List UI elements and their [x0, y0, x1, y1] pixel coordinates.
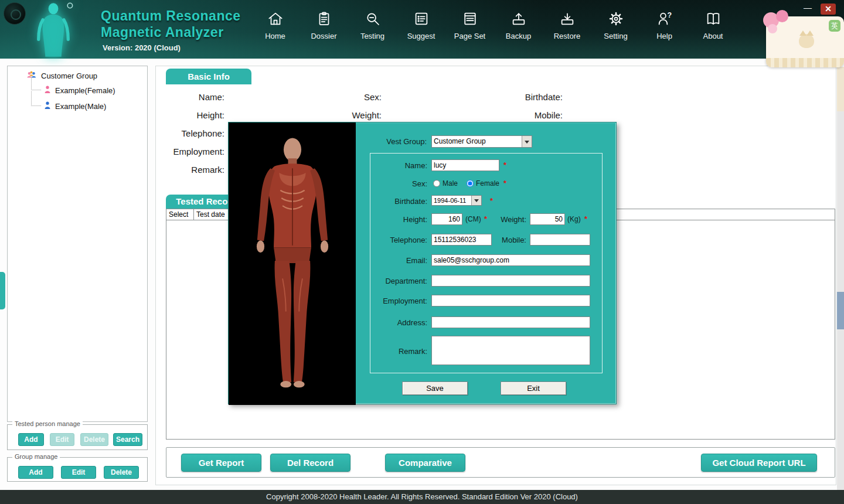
employment-input[interactable] [431, 295, 590, 307]
telephone-field-label: Telephone: [142, 128, 224, 138]
suggest-icon [413, 10, 430, 28]
testing-icon [364, 10, 382, 28]
person-delete-button[interactable]: Delete [80, 433, 108, 446]
dlg-birthdate-label: Birthdate: [373, 197, 427, 206]
column-header-select: Select [166, 209, 194, 220]
glowing-body-logo [28, 0, 98, 59]
nav-about[interactable]: About [689, 10, 737, 40]
birthdate-select[interactable]: 1994-06-11 [431, 195, 482, 206]
backup-icon [510, 10, 528, 28]
save-button[interactable]: Save [402, 382, 468, 395]
nav-restore[interactable]: Restore [543, 10, 591, 40]
exit-button[interactable]: Exit [501, 382, 566, 395]
minimize-button[interactable]: — [801, 4, 815, 13]
vest-group-select[interactable]: Customer Group [431, 135, 532, 148]
gear-icon [607, 10, 625, 28]
record-actions-panel: Get Report Del Record Comparative Get Cl… [166, 447, 835, 478]
required-mark: * [503, 161, 506, 169]
remark-textarea[interactable] [431, 336, 590, 365]
app-version: Version: 2020 (Cloud) [103, 43, 181, 52]
tree-item-customer-group[interactable]: Customer Group [8, 66, 147, 83]
employment-field-label: Employment: [142, 147, 224, 156]
chevron-down-icon[interactable] [522, 136, 532, 147]
birthdate-value: 1994-06-11 [432, 196, 471, 205]
tree-label: Example(Male) [55, 102, 106, 111]
height-input[interactable] [431, 213, 462, 225]
nav-dossier[interactable]: Dossier [300, 10, 348, 40]
required-mark: * [503, 179, 506, 188]
get-cloud-report-url-button[interactable]: Get Cloud Report URL [701, 454, 817, 472]
fence-decoration [766, 58, 844, 67]
nav-backup[interactable]: Backup [494, 10, 543, 40]
group-edit-button[interactable]: Edit [61, 466, 96, 479]
name-field-label: Name: [142, 92, 224, 102]
sex-female-radio[interactable] [467, 180, 474, 187]
person-edit-button[interactable]: Edit [50, 433, 74, 446]
app-logo-badge [4, 2, 26, 25]
dlg-employment-label: Employment: [373, 297, 427, 305]
sex-male-radio[interactable] [433, 180, 440, 187]
nav-page-set[interactable]: Page Set [445, 10, 494, 40]
group-delete-button[interactable]: Delete [104, 466, 139, 479]
desktop-sliver [837, 329, 844, 490]
nav-setting[interactable]: Setting [591, 10, 640, 40]
name-input[interactable] [431, 159, 499, 171]
close-button[interactable]: ✕ [821, 4, 836, 15]
vest-group-value: Customer Group [432, 136, 522, 147]
dlg-height-label: Height: [373, 215, 427, 224]
mobile-input[interactable] [530, 234, 590, 246]
del-record-button[interactable]: Del Record [270, 454, 350, 472]
nav-setting-label: Setting [604, 32, 627, 40]
tree-item-example-male[interactable]: Example(Male) [8, 98, 147, 114]
desktop-sliver [837, 111, 844, 292]
nav-help[interactable]: ? Help [640, 10, 689, 40]
department-input[interactable] [431, 275, 590, 287]
groupbox-title: Group manage [12, 453, 60, 460]
dlg-name-label: Name: [373, 161, 427, 170]
weight-input[interactable] [530, 213, 565, 225]
tab-basic-info[interactable]: Basic Info [166, 69, 251, 84]
customer-edit-dialog: Vest Group: Customer Group Name: * Sex: … [228, 122, 617, 404]
nav-home-label: Home [265, 32, 285, 40]
nav-restore-label: Restore [554, 32, 581, 40]
help-icon: ? [656, 10, 673, 28]
status-bar: Copyright 2008-2020 Health Leader. All R… [0, 490, 844, 504]
email-input[interactable] [431, 254, 590, 266]
cat-decoration [799, 34, 814, 48]
app-title-line2: Magnetic Analyzer [101, 25, 224, 40]
svg-text:?: ? [667, 11, 672, 19]
tree-item-example-female[interactable]: Example(Female) [8, 83, 147, 98]
page-set-icon [461, 10, 479, 28]
dlg-telephone-label: Telephone: [373, 236, 427, 244]
get-report-button[interactable]: Get Report [181, 454, 261, 472]
address-input[interactable] [431, 316, 590, 328]
nav-testing[interactable]: Testing [348, 10, 397, 40]
female-person-icon [44, 86, 51, 96]
weight-unit: (Kg) [567, 215, 581, 223]
nav-home[interactable]: Home [251, 10, 300, 40]
comparative-button[interactable]: Comparative [385, 454, 465, 472]
sex-field-label: Sex: [300, 92, 382, 102]
widget-badge: 英 [829, 20, 840, 32]
group-add-button[interactable]: Add [18, 466, 53, 479]
nav-dossier-label: Dossier [311, 32, 336, 40]
telephone-input[interactable] [431, 234, 492, 246]
weight-field-label: Weight: [300, 110, 382, 120]
nav-suggest[interactable]: Suggest [397, 10, 445, 40]
group-manage-box: Group manage Add Edit Delete [7, 457, 148, 482]
desktop-sliver [837, 67, 844, 111]
nav-backup-label: Backup [506, 32, 531, 40]
height-unit: (CM) [465, 215, 481, 223]
tested-person-manage-box: Tested person manage Add Edit Delete Sea… [7, 424, 148, 450]
flower-decoration [768, 24, 777, 33]
nav-help-label: Help [656, 32, 672, 40]
person-add-button[interactable]: Add [18, 433, 44, 446]
nav-suggest-label: Suggest [407, 32, 435, 40]
chevron-down-icon[interactable] [471, 196, 481, 205]
vest-group-label: Vest Group: [356, 137, 427, 146]
remark-field-label: Remark: [142, 165, 224, 175]
side-flyout-handle[interactable] [0, 272, 5, 309]
person-search-button[interactable]: Search [113, 433, 142, 446]
customer-tree-panel: Customer Group Example(Female) Example(M… [7, 66, 148, 422]
dlg-remark-label: Remark: [373, 347, 427, 356]
